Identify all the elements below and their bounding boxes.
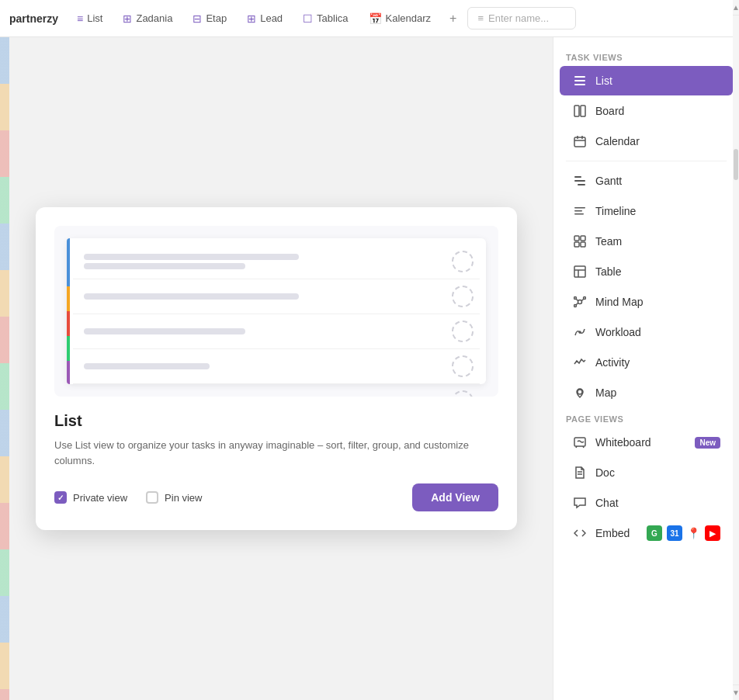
- svg-rect-5: [574, 137, 585, 147]
- modal-card: List Use List view to organize your task…: [36, 207, 517, 530]
- table-item-label: Table: [595, 265, 720, 278]
- task-views-label: TASK VIEWS: [553, 47, 739, 65]
- sidebar-item-timeline[interactable]: Timeline: [560, 196, 733, 226]
- svg-rect-0: [574, 76, 585, 78]
- svg-rect-1: [574, 80, 585, 81]
- main-area: List Use List view to organize your task…: [0, 37, 739, 700]
- sidebar-item-chat[interactable]: Chat: [560, 488, 733, 518]
- svg-rect-2: [574, 84, 585, 85]
- sidebar-item-team[interactable]: Team: [560, 227, 733, 256]
- svg-point-30: [578, 390, 582, 394]
- preview-row-4: [73, 349, 480, 384]
- right-sidebar: TASK VIEWS List: [553, 37, 739, 700]
- calendar-item-label: Calendar: [595, 135, 720, 147]
- svg-rect-11: [578, 184, 585, 185]
- sidebar-item-map[interactable]: Map: [560, 378, 733, 407]
- activity-icon: [572, 355, 588, 370]
- lead-tab-icon: ⊞: [247, 12, 256, 25]
- whiteboard-item-label: Whiteboard: [595, 436, 687, 449]
- doc-icon: [572, 465, 588, 480]
- svg-point-24: [584, 297, 586, 300]
- team-item-label: Team: [595, 235, 720, 248]
- sidebar-item-doc[interactable]: Doc: [560, 458, 733, 487]
- nav-tabs: ≡ List ⊞ Zadania ⊟ Etap ⊞ Lead ☐ Tablica…: [68, 7, 464, 30]
- svg-line-27: [582, 299, 584, 300]
- search-placeholder: Enter name...: [488, 12, 549, 24]
- scroll-thumb: [734, 149, 738, 180]
- pin-view-label: Pin view: [165, 492, 202, 504]
- modal-description: Use List view to organize your tasks in …: [54, 438, 498, 468]
- sidebar-item-table[interactable]: Table: [560, 257, 733, 286]
- list-tab-icon: ≡: [77, 12, 83, 25]
- mindmap-icon: [572, 294, 588, 310]
- divider-1: [566, 161, 727, 161]
- private-view-group[interactable]: Private view: [54, 491, 127, 504]
- nav-tab-lead[interactable]: ⊞ Lead: [238, 8, 292, 29]
- page-views-label: PAGE VIEWS: [553, 408, 739, 427]
- sidebar-item-list[interactable]: List: [560, 66, 733, 95]
- top-nav: partnerzy ≡ List ⊞ Zadania ⊟ Etap ⊞ Lead…: [0, 0, 739, 37]
- embed-icons: G 31 📍 ▶: [647, 525, 720, 541]
- preview-row-2: [73, 279, 480, 314]
- svg-rect-14: [574, 213, 584, 215]
- svg-point-25: [574, 305, 577, 307]
- maps-icon: 📍: [687, 527, 700, 539]
- svg-line-33: [583, 446, 584, 448]
- sidebar-item-workload[interactable]: Workload: [560, 317, 733, 347]
- scroll-down-button[interactable]: ▼: [733, 684, 739, 700]
- svg-line-26: [576, 299, 578, 300]
- timeline-icon: [572, 203, 588, 219]
- workload-item-label: Workload: [595, 326, 720, 338]
- tablica-tab-icon: ☐: [303, 12, 313, 25]
- sidebar-item-gantt[interactable]: Gantt: [560, 166, 733, 196]
- activity-item-label: Activity: [595, 356, 720, 369]
- add-view-button[interactable]: Add View: [412, 483, 498, 511]
- sidebar-item-embed[interactable]: Embed G 31 📍 ▶: [560, 518, 733, 548]
- mindmap-item-label: Mind Map: [595, 296, 720, 308]
- etap-tab-icon: ⊟: [193, 12, 202, 25]
- calendar-icon: [572, 133, 588, 149]
- brand-label: partnerzy: [6, 12, 68, 25]
- svg-rect-12: [574, 207, 585, 209]
- svg-rect-18: [581, 242, 585, 247]
- nav-tab-etap[interactable]: ⊟ Etap: [183, 8, 236, 29]
- svg-rect-16: [581, 236, 585, 241]
- sidebar-item-mindmap[interactable]: Mind Map: [560, 287, 733, 317]
- kalendarz-tab-label: Kalendarz: [386, 12, 432, 24]
- modal-title: List: [54, 412, 498, 430]
- sidebar-item-board[interactable]: Board: [560, 96, 733, 126]
- tablica-tab-label: Tablica: [317, 12, 348, 24]
- whiteboard-badge: New: [695, 437, 720, 449]
- list-icon: [572, 73, 588, 88]
- nav-tab-list[interactable]: ≡ List: [68, 8, 112, 29]
- nav-tab-kalendarz[interactable]: 📅 Kalendarz: [359, 8, 441, 29]
- gantt-item-label: Gantt: [595, 175, 720, 187]
- svg-rect-19: [574, 266, 585, 277]
- scroll-indicator: ▲ ▼: [733, 37, 739, 700]
- search-box[interactable]: ≡ Enter name...: [467, 7, 576, 29]
- sidebar-item-calendar[interactable]: Calendar: [560, 126, 733, 156]
- doc-item-label: Doc: [595, 466, 720, 479]
- add-tab-button[interactable]: +: [442, 7, 464, 30]
- map-item-label: Map: [595, 386, 720, 399]
- team-icon: [572, 234, 588, 249]
- private-view-checkbox[interactable]: [54, 491, 67, 504]
- lead-tab-label: Lead: [260, 12, 283, 24]
- left-panel: List Use List view to organize your task…: [0, 37, 553, 700]
- chat-item-label: Chat: [595, 497, 720, 509]
- svg-rect-9: [574, 176, 581, 178]
- youtube-icon: ▶: [705, 525, 720, 541]
- sidebar-item-activity[interactable]: Activity: [560, 348, 733, 377]
- sheets-icon: G: [647, 525, 662, 541]
- search-icon: ≡: [477, 12, 484, 24]
- svg-line-28: [576, 303, 578, 305]
- pin-view-checkbox[interactable]: [146, 491, 158, 504]
- calendar-embed-icon: 31: [667, 525, 682, 541]
- private-view-label: Private view: [73, 492, 127, 504]
- sidebar-item-whiteboard[interactable]: Whiteboard New: [560, 428, 733, 457]
- nav-tab-zadania[interactable]: ⊞ Zadania: [113, 8, 182, 29]
- nav-tab-tablica[interactable]: ☐ Tablica: [293, 8, 357, 29]
- pin-view-group[interactable]: Pin view: [146, 491, 202, 504]
- svg-line-32: [576, 446, 577, 448]
- svg-rect-10: [574, 180, 585, 182]
